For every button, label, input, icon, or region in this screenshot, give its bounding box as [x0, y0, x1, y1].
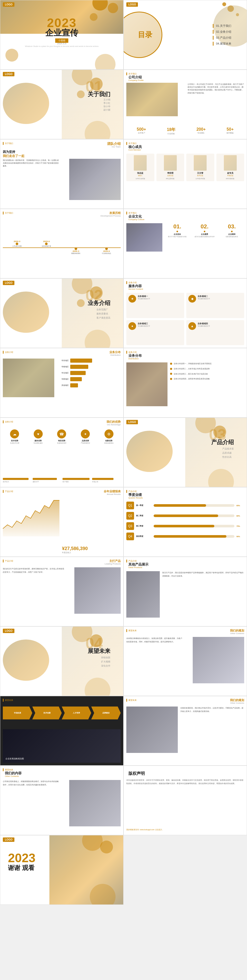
timeline-desc-1: 公司成立初期	[8, 245, 26, 247]
svc-card-1: ★ 业务领域一 专业服务描述文字	[126, 293, 184, 318]
adv-bar-4: 市场占有	[92, 478, 121, 483]
city-circle	[126, 431, 173, 472]
dist-item-5: 其他地区	[62, 383, 121, 387]
slide-biz-intro: LOGO 02 业务介绍 业务范围广 服务质量优 客户满意度高	[0, 278, 124, 348]
timeline-year-4: 203X.6	[98, 250, 116, 252]
q-item-3: Q3 第三季度 75%	[126, 522, 244, 530]
timeline-dot-3	[74, 247, 77, 250]
logo: LOGO	[3, 281, 14, 285]
culture-label-1: 企业使命	[165, 233, 190, 235]
slide-our-team: 关于我们 团队介绍 Our Team 因为坚持 我们走在了一起 我们的团队由一批…	[0, 139, 124, 209]
oc-title: 我们的规划	[230, 629, 244, 633]
members-row: 张总监 创始人 10年行业经验 李经理 运营总监 8年运营经验 王主管 技术总监…	[126, 154, 244, 181]
timeline-item-3: 203X.3 规模持续增长	[67, 247, 85, 255]
slide-other-contents-3: 展望未来 我们的内容 Other Contents 公司将在现有基础上，积极探索…	[0, 765, 124, 835]
member-role-4: 市场总监	[218, 175, 243, 177]
q-label-3: 第三季度	[136, 525, 152, 527]
annual-title: 全年业绩报表	[104, 490, 121, 493]
member-3: 王主管 技术总监 12年技术经验	[186, 154, 214, 181]
timeline-year-1: 202X.3	[8, 240, 26, 243]
q-item-1: Q1 第一季度 65%	[126, 501, 244, 509]
culture-label-2: 企业愿景	[192, 233, 217, 235]
slide-copyright: 版权声明 本作品版权归作者所有，未经许可不得擅自使用、复制、修改或传播。本模板仅…	[124, 765, 247, 835]
oc-en: Other Contents	[230, 632, 244, 635]
prod-sub: 产品线丰富 品质卓越 性价比高	[222, 447, 234, 459]
q-bar-wrap-3	[154, 525, 234, 527]
q-label-1: 第一季度	[136, 504, 152, 507]
svc-icon-4: ▲	[188, 322, 196, 330]
member-photo-4	[224, 155, 237, 171]
area-chart	[3, 498, 59, 536]
dist-label-5: 其他地区	[62, 384, 69, 387]
thanks-year: 2023	[8, 851, 35, 865]
arrow-item-3: 人才培养	[62, 706, 91, 719]
adv-name-5: 创新优势	[100, 439, 118, 442]
adv-icon-4: ✦	[81, 430, 90, 438]
dist-bar-4	[70, 377, 82, 381]
dist-text-c: 业务分布说明三，展示未来扩张计划及目标	[174, 373, 208, 375]
svc-name-3: 业务领域三	[138, 322, 150, 325]
toc-item-2: 02.业务介绍	[213, 30, 231, 34]
company-text: 公司简介：本公司成立于2005年，专注于企业服务领域，致力于为客户提供全方位的解…	[188, 83, 244, 94]
dist-bar-5	[70, 383, 78, 387]
quarter-items: Q1 第一季度 65% Q2 第二季度 80% Q3 第三季度	[126, 501, 244, 543]
member-name-2: 李经理	[158, 172, 183, 175]
adv-icon-3: ☎	[57, 430, 66, 438]
other-en: Other Products	[128, 566, 142, 569]
culture-image	[126, 223, 162, 251]
stat-num-1: 500+	[137, 127, 146, 132]
q-icon-3: Q3	[126, 522, 134, 530]
stat-label-1: 合作客户	[137, 132, 146, 134]
culture-desc-1: 致力于为客户创造最大价值	[165, 235, 190, 238]
company-en-title: Company Profile	[128, 79, 144, 81]
adv-bar-fill-4	[92, 478, 114, 480]
member-desc-1: 10年行业经验	[128, 178, 153, 180]
culture-item-2: 02. 企业愿景 成为行业最受信赖的合作伙伴	[192, 223, 217, 238]
adv-desc-3: 快速响应需求	[53, 442, 71, 444]
lead-image	[74, 567, 121, 614]
oc2-image	[126, 706, 178, 753]
dist-item-a: 业务分布说明一，详细描述各地区业务开展情况	[170, 363, 244, 365]
adv-name-2: 服务优势	[29, 439, 47, 442]
copy-text: 本作品版权归作者所有，未经许可不得擅自使用、复制、修改或传播。本模板仅供学习交流…	[126, 779, 244, 785]
stat-3: 200+ 专业团队	[196, 127, 206, 135]
slide-dev-process: 关于我们 发展历程 Development Process 202X.3 公司成…	[0, 209, 124, 278]
copy-link: 更多模板请访问: www.bukuppt.com 点击进入	[126, 829, 162, 831]
q-bar-fill-2	[154, 514, 218, 517]
q-icon-2: Q2	[126, 512, 134, 520]
culture-dot-3	[231, 231, 233, 232]
dist-item-3: 华北地区	[62, 371, 121, 375]
slide-future-intro: LOGO 04 展望未来 持续创新 扩大规模 深化合作	[0, 626, 124, 696]
q-bar-fill-4	[154, 535, 226, 538]
company-image	[126, 83, 178, 116]
about-names: 王小明 李小红 张小华 赵小丽	[103, 98, 110, 111]
deco-c2	[100, 840, 113, 853]
oc3-image	[69, 780, 121, 826]
dist-text-b: 业务分布说明二，分析市场占有率及发展趋势	[174, 368, 210, 370]
adv-en: Our Advantage	[107, 423, 121, 426]
adv-bar-label-2: 服务水平	[33, 481, 61, 483]
stat-1: 500+ 合作客户	[137, 127, 146, 135]
culture-dot-2	[204, 231, 205, 232]
slide-other-products: 产品介绍 其他产品展示 Other Products 除主打产品外，我们还提供多…	[124, 557, 247, 626]
arrow-item-2: 技术创新	[32, 706, 62, 719]
stat-label-3: 专业团队	[196, 132, 206, 134]
section-label: 业务介绍	[3, 420, 13, 423]
timeline-desc-2: 业务快速扩展	[37, 245, 55, 247]
timeline-item-4: 203X.6 行业领先地位	[98, 247, 116, 255]
svc-card-3: ● 业务领域三 专业服务描述文字	[126, 320, 184, 345]
dist-bar-2	[70, 365, 88, 369]
q-label-4: 第四季度	[136, 535, 152, 538]
svc-desc-1: 专业服务描述文字	[138, 298, 150, 300]
img-text: 企业发展战略规划图	[5, 757, 24, 760]
member-desc-3: 12年技术经验	[188, 178, 213, 180]
dist-dot-c	[170, 373, 172, 375]
thanks-title: 谢谢 观看	[8, 864, 35, 872]
member-4: 赵专员 市场总监 6年市场经验	[216, 154, 244, 181]
dist-en: Distribution	[110, 354, 121, 356]
adv-bars: 技术实力 服务水平 客户满意 市场占有	[3, 478, 121, 483]
svc-en: Service Content	[128, 288, 143, 290]
adv-item-3: ☎ 响应优势 快速响应需求	[53, 430, 71, 444]
member-name-3: 王主管	[188, 172, 213, 175]
city-circle	[3, 291, 49, 333]
